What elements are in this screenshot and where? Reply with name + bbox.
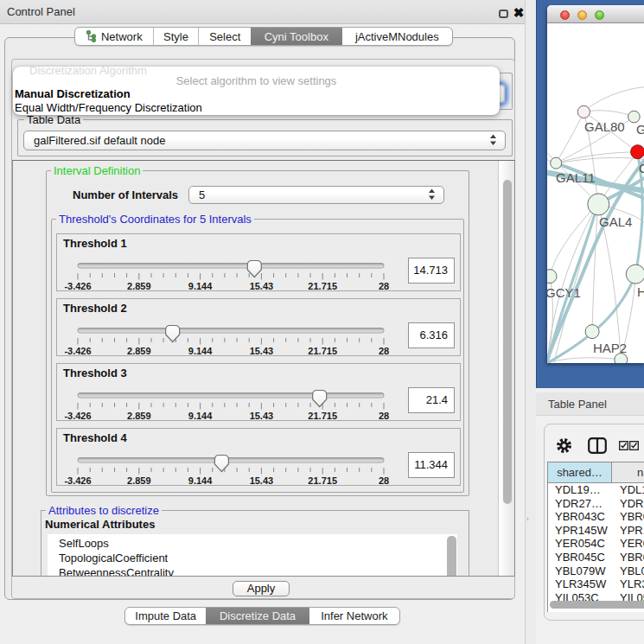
svg-text:21.715: 21.715 xyxy=(308,475,337,486)
svg-text:2.859: 2.859 xyxy=(127,411,151,421)
svg-text:9.144: 9.144 xyxy=(188,346,213,356)
svg-text:2.859: 2.859 xyxy=(127,475,151,486)
svg-text:21.715: 21.715 xyxy=(308,346,337,356)
svg-text:9.144: 9.144 xyxy=(188,281,213,291)
svg-text:28: 28 xyxy=(379,475,389,486)
svg-text:21.715: 21.715 xyxy=(308,281,337,291)
svg-text:GCY1: GCY1 xyxy=(547,285,581,300)
svg-text:15.43: 15.43 xyxy=(250,475,274,486)
svg-text:2.859: 2.859 xyxy=(127,281,151,291)
svg-text:-3.426: -3.426 xyxy=(64,475,91,486)
svg-text:9.144: 9.144 xyxy=(188,475,213,486)
svg-text:15.43: 15.43 xyxy=(250,281,274,291)
svg-text:28: 28 xyxy=(379,281,389,291)
svg-text:GAL11: GAL11 xyxy=(556,170,596,185)
svg-text:HA: HA xyxy=(637,284,644,299)
svg-text:GAL80: GAL80 xyxy=(584,119,625,134)
svg-text:CD: CD xyxy=(639,161,644,175)
svg-text:15.43: 15.43 xyxy=(250,411,274,421)
svg-text:GA: GA xyxy=(636,122,644,137)
svg-text:-3.426: -3.426 xyxy=(64,281,91,291)
svg-text:28: 28 xyxy=(379,346,389,356)
svg-text:28: 28 xyxy=(379,411,389,421)
svg-text:15.43: 15.43 xyxy=(250,346,274,356)
svg-text:-3.426: -3.426 xyxy=(64,411,91,421)
svg-text:-3.426: -3.426 xyxy=(64,346,91,356)
svg-text:HAP2: HAP2 xyxy=(593,341,627,355)
svg-text:GAL4: GAL4 xyxy=(599,214,632,229)
svg-text:9.144: 9.144 xyxy=(188,411,213,421)
svg-text:2.859: 2.859 xyxy=(127,346,151,356)
svg-text:21.715: 21.715 xyxy=(308,411,337,421)
